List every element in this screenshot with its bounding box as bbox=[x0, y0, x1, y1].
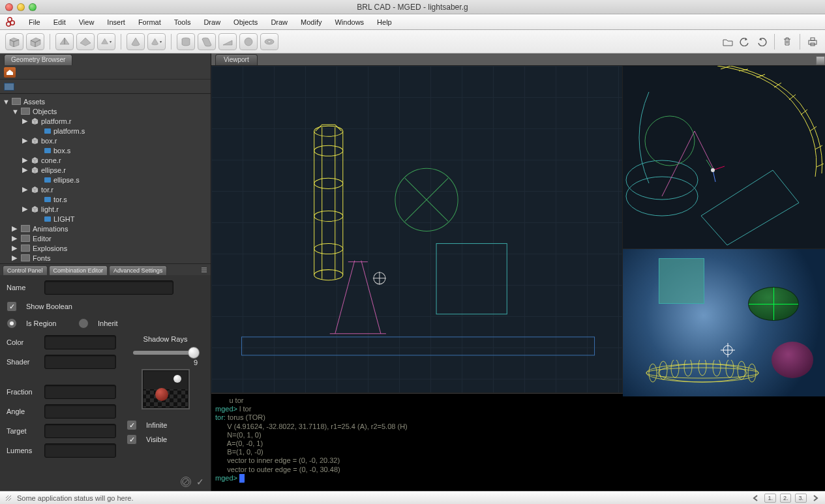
tree-item[interactable]: platform.s bbox=[0, 126, 211, 136]
region-icon bbox=[31, 186, 38, 193]
angle-field[interactable] bbox=[44, 404, 116, 419]
shadow-rays-slider[interactable] bbox=[133, 351, 198, 355]
console-line: V (4.91624, -32.8022, 31.7118), r1=25.4 … bbox=[215, 422, 821, 431]
panel-menu-icon[interactable] bbox=[200, 266, 208, 274]
show-boolean-checkbox[interactable]: ✓ bbox=[7, 301, 17, 312]
svg-point-41 bbox=[711, 168, 715, 172]
console-line: u tor bbox=[215, 396, 821, 405]
color-field[interactable] bbox=[44, 335, 116, 349]
tool-box[interactable] bbox=[5, 33, 23, 50]
render-preview[interactable] bbox=[623, 249, 825, 396]
level-chip-icon[interactable] bbox=[4, 83, 14, 91]
menu-insert[interactable]: Insert bbox=[100, 16, 132, 29]
tree-item[interactable]: ellipse.s bbox=[0, 175, 211, 185]
svg-point-7 bbox=[267, 40, 271, 42]
shader-field[interactable] bbox=[44, 355, 116, 369]
tool-cone-dropdown[interactable] bbox=[147, 33, 166, 50]
geometry-tree[interactable]: ▼Assets▼Objects▶platform.rplatform.s▶box… bbox=[0, 94, 211, 263]
region-icon bbox=[31, 137, 38, 144]
properties-panel: Name ✓ Show Boolean Is Region Inherit Co… bbox=[0, 275, 211, 491]
tool-cylinder[interactable] bbox=[177, 33, 195, 50]
console-prompt[interactable]: mged> █ bbox=[215, 474, 821, 482]
tree-item[interactable]: ▶platform.r bbox=[0, 116, 211, 126]
svg-rect-9 bbox=[811, 38, 815, 40]
tree-item[interactable]: ▼Objects bbox=[0, 106, 211, 116]
visible-checkbox[interactable]: ✓ bbox=[127, 434, 137, 445]
tool-print-icon[interactable] bbox=[805, 35, 820, 49]
menu-objects[interactable]: Objects bbox=[227, 16, 264, 29]
tool-open-icon[interactable] bbox=[721, 35, 735, 49]
name-label: Name bbox=[7, 284, 39, 291]
tab-combination-editor[interactable]: Combination Editor bbox=[49, 265, 108, 275]
tool-pyramid-dropdown[interactable] bbox=[97, 33, 115, 50]
show-boolean-label: Show Boolean bbox=[26, 303, 72, 310]
tree-item[interactable]: ▼Assets bbox=[0, 96, 211, 106]
infinite-checkbox[interactable]: ✓ bbox=[127, 420, 137, 430]
tab-geometry-browser[interactable]: Geometry Browser bbox=[4, 54, 72, 65]
menu-draw[interactable]: Draw bbox=[197, 16, 227, 29]
tool-sphere[interactable] bbox=[239, 33, 258, 50]
tool-pyramid-1[interactable] bbox=[55, 33, 74, 50]
folder-icon bbox=[21, 225, 30, 232]
lumens-field[interactable] bbox=[44, 443, 116, 458]
main-viewport[interactable] bbox=[211, 66, 623, 393]
tool-cylinder-angled[interactable] bbox=[198, 33, 216, 50]
tree-item[interactable]: LIGHT bbox=[0, 214, 211, 224]
cancel-icon[interactable] bbox=[181, 477, 191, 487]
tool-wedge[interactable] bbox=[218, 33, 237, 50]
target-field[interactable] bbox=[44, 424, 116, 438]
tree-item[interactable]: box.s bbox=[0, 145, 211, 155]
tree-item[interactable]: ▶Fonts bbox=[0, 253, 211, 263]
tree-item-label: light.r bbox=[41, 205, 59, 213]
tree-item[interactable]: ▶box.r bbox=[0, 136, 211, 145]
tab-advanced-settings[interactable]: Advanced Settings bbox=[109, 265, 167, 275]
menu-draw-2[interactable]: Draw bbox=[264, 16, 294, 29]
tree-item[interactable]: ▶light.r bbox=[0, 204, 211, 214]
tool-cone[interactable] bbox=[127, 33, 145, 50]
command-console[interactable]: u tormged> l tortor: torus (TOR) V (4.91… bbox=[211, 393, 825, 491]
tool-redo-icon[interactable] bbox=[755, 35, 769, 49]
app-icon bbox=[5, 16, 17, 28]
home-icon[interactable] bbox=[4, 67, 16, 78]
menu-file[interactable]: File bbox=[22, 16, 47, 29]
menu-tools[interactable]: Tools bbox=[168, 16, 198, 29]
tree-item[interactable]: ▶cone.r bbox=[0, 155, 211, 165]
tool-box-2[interactable] bbox=[26, 33, 44, 50]
is-region-radio[interactable] bbox=[7, 318, 17, 329]
menu-modify[interactable]: Modify bbox=[294, 16, 328, 29]
status-pill-1[interactable]: 1. bbox=[764, 494, 776, 503]
svg-point-15 bbox=[314, 178, 343, 188]
tree-item[interactable]: ▶ellipse.r bbox=[0, 165, 211, 175]
menu-edit[interactable]: Edit bbox=[47, 16, 72, 29]
inherit-radio[interactable] bbox=[78, 318, 89, 329]
shader-preview-thumbnail bbox=[143, 370, 188, 408]
tool-undo-icon[interactable] bbox=[738, 35, 752, 49]
fraction-field[interactable] bbox=[44, 385, 116, 399]
status-prev-icon[interactable] bbox=[751, 494, 760, 502]
status-pill-2[interactable]: 2. bbox=[780, 494, 792, 503]
console-line: vector to outer edge = (0, -0, 30.48) bbox=[215, 466, 821, 474]
name-field[interactable] bbox=[44, 280, 173, 295]
menu-format[interactable]: Format bbox=[132, 16, 168, 29]
svg-point-46 bbox=[646, 368, 758, 378]
tree-item[interactable]: ▶Animations bbox=[0, 224, 211, 233]
menu-help[interactable]: Help bbox=[370, 16, 398, 29]
menu-view[interactable]: View bbox=[72, 16, 101, 29]
menu-windows[interactable]: Windows bbox=[328, 16, 370, 29]
tree-item[interactable]: tor.s bbox=[0, 194, 211, 204]
panel-grip-icon[interactable] bbox=[816, 56, 825, 65]
tool-pyramid-2[interactable] bbox=[76, 33, 95, 50]
tree-item[interactable]: ▶Explosions bbox=[0, 243, 211, 253]
tree-item[interactable]: ▶tor.r bbox=[0, 185, 211, 194]
tool-trash-icon[interactable] bbox=[780, 35, 794, 49]
angle-label: Angle bbox=[7, 408, 39, 415]
region-icon bbox=[31, 117, 38, 125]
tab-viewport[interactable]: Viewport bbox=[215, 54, 258, 65]
apply-icon[interactable]: ✓ bbox=[196, 477, 204, 487]
status-pill-3[interactable]: 3. bbox=[795, 494, 807, 503]
secondary-viewport[interactable] bbox=[623, 66, 825, 249]
tab-control-panel[interactable]: Control Panel bbox=[3, 265, 48, 275]
tree-item[interactable]: ▶Editor bbox=[0, 233, 211, 243]
tool-torus[interactable] bbox=[260, 33, 278, 50]
status-next-icon[interactable] bbox=[811, 494, 820, 502]
